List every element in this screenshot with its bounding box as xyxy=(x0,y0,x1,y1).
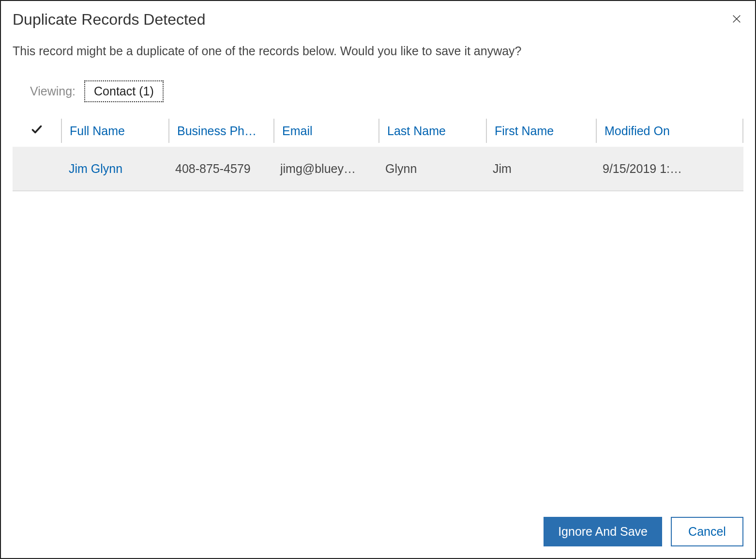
cell-lastname: Glynn xyxy=(378,162,485,176)
duplicate-records-dialog: Duplicate Records Detected This record m… xyxy=(0,0,756,559)
viewing-tab-contact[interactable]: Contact (1) xyxy=(84,80,164,102)
column-separator xyxy=(742,119,743,143)
grid-body: Jim Glynn 408-875-4579 jimg@bluey… Glynn… xyxy=(13,147,743,191)
cell-business-phone: 408-875-4579 xyxy=(167,162,272,176)
cell-fullname-link[interactable]: Jim Glynn xyxy=(61,162,167,176)
dialog-title: Duplicate Records Detected xyxy=(13,11,205,29)
dialog-header: Duplicate Records Detected xyxy=(1,1,755,33)
table-row[interactable]: Jim Glynn 408-875-4579 jimg@bluey… Glynn… xyxy=(13,147,743,190)
dialog-footer: Ignore And Save Cancel xyxy=(544,517,743,546)
column-header-business-phone[interactable]: Business Ph… xyxy=(169,115,273,147)
column-header-email[interactable]: Email xyxy=(274,115,378,147)
column-select-all[interactable] xyxy=(13,115,61,147)
dialog-message: This record might be a duplicate of one … xyxy=(1,33,755,67)
column-header-modified-on[interactable]: Modified On xyxy=(597,115,742,147)
ignore-and-save-button[interactable]: Ignore And Save xyxy=(544,517,662,546)
cell-firstname: Jim xyxy=(485,162,595,176)
duplicates-grid: Full Name Business Ph… Email Last Name F… xyxy=(13,115,743,191)
column-header-lastname[interactable]: Last Name xyxy=(379,115,486,147)
close-button[interactable] xyxy=(730,13,743,27)
cancel-button[interactable]: Cancel xyxy=(671,517,743,546)
checkmark-icon xyxy=(30,123,43,139)
viewing-label: Viewing: xyxy=(30,84,76,98)
viewing-row: Viewing: Contact (1) xyxy=(1,67,755,110)
cell-email: jimg@bluey… xyxy=(272,162,378,176)
cell-modified-on: 9/15/2019 1:… xyxy=(595,162,743,176)
grid-header: Full Name Business Ph… Email Last Name F… xyxy=(13,115,743,147)
column-header-firstname[interactable]: First Name xyxy=(487,115,596,147)
close-icon xyxy=(731,14,742,26)
column-header-fullname[interactable]: Full Name xyxy=(62,115,168,147)
